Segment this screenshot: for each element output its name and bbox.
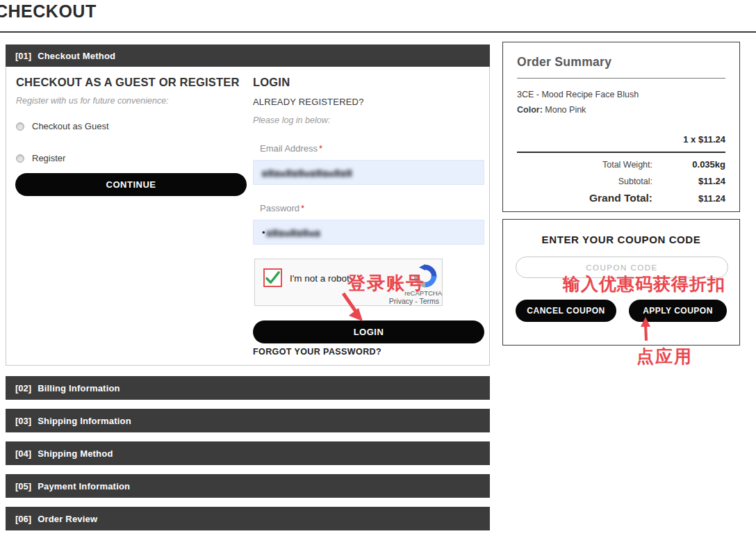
email-label: Email Address* [260, 143, 485, 154]
radio-register[interactable]: Register [16, 153, 247, 163]
email-input[interactable]: ▆▇▆▅▇▆▇▅▆▇▆▅▇▆▇ [253, 160, 484, 185]
radio-label: Checkout as Guest [32, 121, 109, 131]
checkout-method-panel: CHECKOUT AS A GUEST OR REGISTER Register… [6, 67, 490, 366]
subtotal-row: Subtotal: $11.24 [517, 176, 725, 186]
product-color: Color: Mono Pink [517, 105, 725, 115]
password-input[interactable]: • ▆▇▆▅▇▆▇▅▆ [253, 220, 484, 245]
radio-label: Register [32, 153, 65, 163]
product-name: 3CE - Mood Recipe Face Blush [517, 90, 725, 99]
section-header-order-review[interactable]: [06] Order Review [6, 507, 490, 530]
guest-subheading: Register with us for future convenience: [16, 96, 247, 106]
order-summary-title: Order Summary [517, 55, 725, 79]
section-header-shipping-information[interactable]: [03] Shipping Information [6, 409, 490, 432]
page-title: CHECKOUT [0, 1, 97, 22]
already-registered-text: ALREADY REGISTERED? [253, 97, 485, 107]
password-bullet: • [262, 227, 265, 238]
radio-icon[interactable] [16, 154, 24, 163]
coupon-title: ENTER YOUR COUPON CODE [516, 234, 727, 245]
guest-register-column: CHECKOUT AS A GUEST OR REGISTER Register… [10, 67, 247, 163]
guest-heading: CHECKOUT AS A GUEST OR REGISTER [16, 76, 247, 89]
radio-icon[interactable] [16, 122, 24, 131]
recaptcha-privacy-terms-link[interactable]: Privacy - Terms [389, 297, 439, 305]
annotation-enter-coupon: 输入优惠码获得折扣 [563, 273, 725, 295]
section-label: Checkout Method [38, 51, 115, 61]
section-header-checkout-method[interactable]: [01] Checkout Method [6, 44, 490, 67]
order-summary-box: Order Summary 3CE - Mood Recipe Face Blu… [502, 42, 740, 212]
continue-button[interactable]: CONTINUE [15, 173, 247, 196]
recaptcha-label: I'm not a robot [290, 273, 350, 284]
radio-checkout-as-guest[interactable]: Checkout as Guest [16, 121, 247, 131]
grand-total-row: Grand Total: $11.24 [517, 192, 725, 204]
password-label: Password* [260, 203, 485, 213]
total-weight-row: Total Weight: 0.035kg [517, 159, 725, 170]
quantity-price: 1 x $11.24 [517, 134, 725, 153]
email-redacted-value: ▆▇▆▅▇▆▇▅▆▇▆▅▇▆▇ [262, 169, 352, 177]
cancel-coupon-button[interactable]: CANCEL COUPON [516, 300, 616, 322]
annotation-arrow-to-apply-icon [639, 317, 654, 343]
login-column: LOGIN ALREADY REGISTERED? Please log in … [253, 67, 485, 306]
recaptcha-checkbox[interactable] [263, 268, 282, 287]
checkmark-icon [265, 270, 281, 286]
required-asterisk: * [319, 143, 322, 154]
annotation-arrow-to-login-icon [338, 291, 370, 324]
login-prompt: Please log in below: [253, 115, 485, 125]
forgot-password-link[interactable]: FORGOT YOUR PASSWORD? [253, 347, 381, 357]
checkout-page: CHECKOUT [01] Checkout Method CHECKOUT A… [0, 0, 756, 536]
login-heading: LOGIN [253, 76, 485, 89]
section-header-billing-information[interactable]: [02] Billing Information [6, 376, 490, 400]
section-number: [01] [15, 51, 31, 61]
title-divider [0, 31, 756, 33]
annotation-click-apply: 点应用 [636, 345, 693, 368]
section-header-payment-information[interactable]: [05] Payment Information [6, 474, 490, 498]
password-redacted-value: ▆▇▆▅▇▆▇▅▆ [267, 229, 321, 236]
coupon-buttons: CANCEL COUPON APPLY COUPON [516, 300, 727, 322]
section-header-shipping-method[interactable]: [04] Shipping Method [6, 441, 490, 465]
required-asterisk: * [301, 203, 304, 213]
